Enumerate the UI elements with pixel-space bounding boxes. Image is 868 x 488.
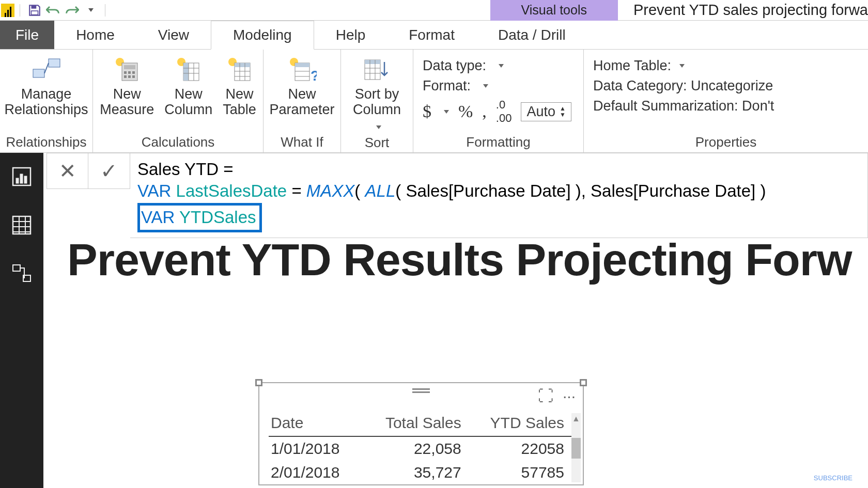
data-category-dropdown[interactable]: Data Category: Uncategorize	[593, 78, 859, 94]
undo-button[interactable]	[44, 1, 63, 20]
col-date[interactable]: Date	[269, 411, 365, 436]
resize-handle-tl[interactable]	[255, 379, 262, 386]
tab-file[interactable]: File	[0, 21, 54, 49]
svg-rect-21	[295, 63, 309, 67]
svg-rect-29	[13, 216, 30, 234]
group-properties-label: Properties	[584, 132, 868, 152]
window-title: Prevent YTD sales projecting forwa	[633, 2, 868, 19]
svg-rect-7	[124, 71, 127, 74]
new-column-button[interactable]: New Column	[164, 54, 212, 117]
decimal-places-stepper[interactable]: Auto ▲▼	[521, 102, 571, 121]
view-switcher	[0, 153, 43, 488]
focus-mode-icon[interactable]: ⛶	[538, 387, 553, 405]
svg-rect-11	[128, 75, 131, 78]
new-parameter-button[interactable]: ? New Parameter	[269, 54, 334, 117]
data-type-dropdown[interactable]: Data type:	[423, 58, 574, 74]
currency-button[interactable]: $	[423, 102, 431, 121]
resize-handle-tr[interactable]	[580, 379, 587, 386]
new-table-button[interactable]: New Table	[223, 54, 256, 117]
svg-rect-18	[235, 63, 250, 67]
tab-home[interactable]: Home	[54, 21, 136, 49]
scroll-up-icon[interactable]: ▲	[571, 413, 581, 424]
table-row[interactable]: 2/01/2018 35,727 57785	[269, 461, 574, 484]
percent-button[interactable]: %	[458, 102, 473, 121]
contextual-tab-visual-tools: Visual tools	[490, 0, 618, 21]
tab-data-drill[interactable]: Data / Drill	[476, 21, 587, 49]
manage-relationships-button[interactable]: Manage Relationships	[4, 54, 88, 117]
svg-rect-27	[20, 174, 23, 183]
page-title: Prevent YTD Results Projecting Forw	[67, 233, 868, 286]
ribbon: Manage Relationships Relationships New M…	[0, 50, 868, 153]
new-parameter-label: New Parameter	[269, 87, 334, 117]
save-button[interactable]	[25, 1, 44, 20]
sort-by-column-button[interactable]: Sort by Column	[350, 54, 404, 133]
default-summarization-dropdown[interactable]: Default Summarization: Don't	[593, 98, 859, 114]
svg-rect-24	[365, 60, 380, 64]
svg-rect-10	[124, 75, 127, 78]
svg-rect-1	[32, 11, 38, 15]
svg-text:?: ?	[311, 68, 317, 83]
svg-rect-2	[33, 69, 44, 77]
new-parameter-icon: ?	[287, 54, 318, 85]
data-view-button[interactable]	[9, 213, 34, 238]
tab-modeling[interactable]: Modeling	[211, 21, 314, 50]
new-table-icon	[224, 54, 255, 85]
qat-customize-button[interactable]	[81, 1, 100, 20]
watermark: SUBSCRIBE	[814, 474, 853, 482]
scroll-thumb[interactable]	[571, 438, 581, 459]
data-table: Date Total Sales YTD Sales 1/01/2018 22,…	[269, 411, 574, 484]
format-dropdown[interactable]: Format:	[423, 78, 574, 94]
vertical-scrollbar[interactable]: ▲	[571, 413, 581, 482]
home-table-dropdown[interactable]: Home Table:	[593, 58, 859, 74]
svg-rect-15	[183, 63, 189, 81]
group-sort-label: Sort	[341, 133, 413, 153]
tab-help[interactable]: Help	[314, 21, 388, 49]
group-formatting-label: Formatting	[413, 132, 583, 152]
new-measure-button[interactable]: New Measure	[100, 54, 154, 117]
svg-rect-9	[132, 71, 135, 74]
svg-rect-8	[128, 71, 131, 74]
group-relationships-label: Relationships	[0, 132, 92, 152]
svg-rect-12	[132, 75, 135, 78]
table-visual[interactable]: ⛶ ··· Date Total Sales YTD Sales 1/01/20…	[258, 382, 584, 485]
model-view-button[interactable]	[9, 261, 34, 286]
svg-rect-0	[32, 5, 37, 9]
title-bar: Visual tools Prevent YTD sales projectin…	[0, 0, 868, 21]
decimal-button[interactable]: .0.00	[496, 98, 512, 125]
report-view-button[interactable]	[9, 164, 34, 189]
new-column-icon	[173, 54, 204, 85]
sort-by-column-label: Sort by Column	[350, 87, 404, 133]
svg-rect-26	[16, 178, 19, 183]
redo-button[interactable]	[63, 1, 81, 20]
formula-cancel-button[interactable]: ✕	[47, 153, 88, 188]
formula-commit-button[interactable]: ✓	[88, 153, 130, 188]
app-logo-icon	[1, 4, 14, 17]
thousands-button[interactable]: ,	[482, 102, 487, 121]
ribbon-tabs: File Home View Modeling Help Format Data…	[0, 21, 868, 50]
separator	[20, 4, 20, 17]
table-row[interactable]: 1/01/2018 22,058 22058	[269, 436, 574, 461]
new-measure-icon	[112, 54, 143, 85]
new-table-label: New Table	[223, 87, 256, 117]
svg-rect-30	[13, 265, 20, 271]
sort-icon	[362, 54, 393, 85]
new-column-label: New Column	[164, 87, 212, 117]
svg-rect-6	[124, 65, 135, 69]
group-whatif-label: What If	[264, 132, 340, 152]
new-measure-label: New Measure	[100, 87, 154, 117]
col-total-sales[interactable]: Total Sales	[365, 411, 470, 436]
tab-format[interactable]: Format	[387, 21, 476, 49]
col-ytd-sales[interactable]: YTD Sales	[471, 411, 574, 436]
group-calculations-label: Calculations	[93, 132, 263, 152]
more-options-icon[interactable]: ···	[563, 387, 576, 405]
manage-relationships-label: Manage Relationships	[4, 87, 88, 117]
tab-view[interactable]: View	[136, 21, 211, 49]
svg-rect-3	[49, 59, 60, 67]
separator	[105, 4, 105, 17]
svg-rect-28	[24, 176, 27, 183]
drag-handle-icon[interactable]	[412, 388, 430, 393]
relationships-icon	[31, 54, 62, 85]
